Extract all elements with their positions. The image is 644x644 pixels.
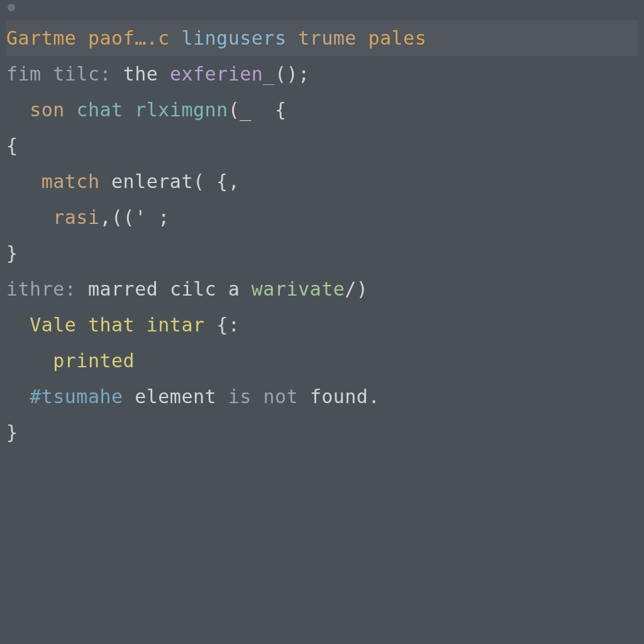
code-line: rasi,((' ; xyxy=(6,199,638,235)
code-line: son chat rlximgnn(_ { xyxy=(6,92,638,128)
code-line: #tsumahe element is not found. xyxy=(6,379,638,414)
code-line: printed xyxy=(6,343,638,379)
code-line: ithre: marred cilc a warivate/) xyxy=(6,271,638,307)
code-line: match enlerat( {, xyxy=(6,164,638,199)
traffic-light-close[interactable] xyxy=(8,4,15,11)
code-line: { xyxy=(6,128,638,164)
code-line: } xyxy=(6,414,638,450)
title-bar xyxy=(0,0,644,15)
code-editor[interactable]: Gartme paof….c lingusers trume pales fim… xyxy=(0,15,644,455)
code-line: fim tilc: the exferien_(); xyxy=(6,56,638,92)
code-line: Vale that intar {: xyxy=(6,307,638,343)
code-line: } xyxy=(6,235,638,271)
code-line: Gartme paof….c lingusers trume pales xyxy=(6,20,638,56)
